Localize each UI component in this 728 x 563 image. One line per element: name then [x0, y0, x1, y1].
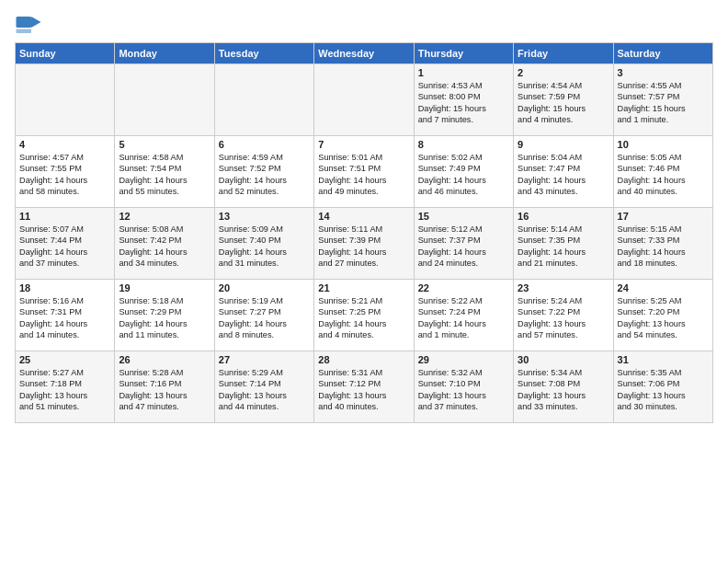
day-number: 11	[19, 211, 110, 222]
cell-content: Sunrise: 5:16 AM Sunset: 7:31 PM Dayligh…	[19, 295, 110, 341]
calendar-cell: 31Sunrise: 5:35 AM Sunset: 7:06 PM Dayli…	[613, 351, 712, 423]
day-number: 8	[418, 139, 509, 150]
calendar-cell: 26Sunrise: 5:28 AM Sunset: 7:16 PM Dayli…	[115, 351, 214, 423]
calendar-cell: 21Sunrise: 5:21 AM Sunset: 7:25 PM Dayli…	[314, 280, 414, 351]
calendar-week-3: 11Sunrise: 5:07 AM Sunset: 7:44 PM Dayli…	[16, 208, 713, 280]
cell-content: Sunrise: 4:55 AM Sunset: 7:57 PM Dayligh…	[618, 80, 709, 126]
day-number: 22	[418, 282, 509, 293]
day-number: 2	[518, 67, 609, 78]
day-number: 10	[618, 139, 709, 150]
day-number: 1	[418, 67, 509, 78]
day-number: 25	[19, 354, 110, 365]
day-number: 23	[518, 282, 609, 293]
calendar-cell: 20Sunrise: 5:19 AM Sunset: 7:27 PM Dayli…	[214, 280, 313, 351]
calendar-cell	[214, 64, 313, 136]
calendar-cell	[16, 64, 115, 136]
day-number: 19	[119, 282, 210, 293]
day-number: 7	[318, 139, 409, 150]
cell-content: Sunrise: 5:31 AM Sunset: 7:12 PM Dayligh…	[318, 367, 409, 413]
cell-content: Sunrise: 5:04 AM Sunset: 7:47 PM Dayligh…	[518, 152, 609, 198]
day-number: 17	[618, 211, 709, 222]
cell-content: Sunrise: 5:22 AM Sunset: 7:24 PM Dayligh…	[418, 295, 509, 341]
calendar-cell: 23Sunrise: 5:24 AM Sunset: 7:22 PM Dayli…	[514, 280, 613, 351]
calendar-week-2: 4Sunrise: 4:57 AM Sunset: 7:55 PM Daylig…	[16, 136, 713, 208]
day-number: 28	[318, 354, 409, 365]
calendar-cell: 22Sunrise: 5:22 AM Sunset: 7:24 PM Dayli…	[414, 280, 513, 351]
calendar-cell: 11Sunrise: 5:07 AM Sunset: 7:44 PM Dayli…	[16, 208, 115, 280]
cell-content: Sunrise: 4:57 AM Sunset: 7:55 PM Dayligh…	[19, 152, 110, 198]
cell-content: Sunrise: 5:12 AM Sunset: 7:37 PM Dayligh…	[418, 224, 509, 270]
calendar-header-row: SundayMondayTuesdayWednesdayThursdayFrid…	[16, 43, 713, 64]
cell-content: Sunrise: 5:15 AM Sunset: 7:33 PM Dayligh…	[618, 224, 709, 270]
calendar-week-5: 25Sunrise: 5:27 AM Sunset: 7:18 PM Dayli…	[16, 351, 713, 423]
day-header-monday: Monday	[115, 43, 214, 64]
calendar-cell	[314, 64, 414, 136]
day-number: 18	[19, 282, 110, 293]
day-number: 6	[219, 139, 310, 150]
calendar-cell: 27Sunrise: 5:29 AM Sunset: 7:14 PM Dayli…	[214, 351, 313, 423]
cell-content: Sunrise: 5:34 AM Sunset: 7:08 PM Dayligh…	[518, 367, 609, 413]
day-number: 12	[119, 211, 210, 222]
day-number: 24	[618, 282, 709, 293]
cell-content: Sunrise: 4:58 AM Sunset: 7:54 PM Dayligh…	[119, 152, 210, 198]
cell-content: Sunrise: 5:01 AM Sunset: 7:51 PM Dayligh…	[318, 152, 409, 198]
day-number: 15	[418, 211, 509, 222]
cell-content: Sunrise: 5:29 AM Sunset: 7:14 PM Dayligh…	[219, 367, 310, 413]
cell-content: Sunrise: 5:28 AM Sunset: 7:16 PM Dayligh…	[119, 367, 210, 413]
calendar-cell: 3Sunrise: 4:55 AM Sunset: 7:57 PM Daylig…	[613, 64, 712, 136]
day-header-wednesday: Wednesday	[314, 43, 414, 64]
calendar-cell: 28Sunrise: 5:31 AM Sunset: 7:12 PM Dayli…	[314, 351, 414, 423]
calendar-week-4: 18Sunrise: 5:16 AM Sunset: 7:31 PM Dayli…	[16, 280, 713, 351]
header	[15, 11, 713, 39]
calendar-cell: 29Sunrise: 5:32 AM Sunset: 7:10 PM Dayli…	[414, 351, 513, 423]
day-number: 14	[318, 211, 409, 222]
day-number: 27	[219, 354, 310, 365]
cell-content: Sunrise: 5:18 AM Sunset: 7:29 PM Dayligh…	[119, 295, 210, 341]
cell-content: Sunrise: 5:08 AM Sunset: 7:42 PM Dayligh…	[119, 224, 210, 270]
day-header-tuesday: Tuesday	[214, 43, 313, 64]
calendar-cell: 9Sunrise: 5:04 AM Sunset: 7:47 PM Daylig…	[514, 136, 613, 208]
cell-content: Sunrise: 5:21 AM Sunset: 7:25 PM Dayligh…	[318, 295, 409, 341]
calendar-table: SundayMondayTuesdayWednesdayThursdayFrid…	[15, 42, 713, 423]
day-number: 3	[618, 67, 709, 78]
calendar-cell: 15Sunrise: 5:12 AM Sunset: 7:37 PM Dayli…	[414, 208, 513, 280]
cell-content: Sunrise: 4:59 AM Sunset: 7:52 PM Dayligh…	[219, 152, 310, 198]
svg-rect-2	[17, 29, 32, 34]
day-header-friday: Friday	[514, 43, 613, 64]
day-number: 29	[418, 354, 509, 365]
cell-content: Sunrise: 5:32 AM Sunset: 7:10 PM Dayligh…	[418, 367, 509, 413]
day-number: 16	[518, 211, 609, 222]
day-header-sunday: Sunday	[16, 43, 115, 64]
calendar-cell: 25Sunrise: 5:27 AM Sunset: 7:18 PM Dayli…	[16, 351, 115, 423]
day-number: 13	[219, 211, 310, 222]
svg-rect-0	[17, 17, 32, 28]
day-number: 9	[518, 139, 609, 150]
cell-content: Sunrise: 5:07 AM Sunset: 7:44 PM Dayligh…	[19, 224, 110, 270]
cell-content: Sunrise: 5:19 AM Sunset: 7:27 PM Dayligh…	[219, 295, 310, 341]
cell-content: Sunrise: 5:27 AM Sunset: 7:18 PM Dayligh…	[19, 367, 110, 413]
cell-content: Sunrise: 4:54 AM Sunset: 7:59 PM Dayligh…	[518, 80, 609, 126]
day-number: 4	[19, 139, 110, 150]
calendar-cell: 7Sunrise: 5:01 AM Sunset: 7:51 PM Daylig…	[314, 136, 414, 208]
calendar-cell: 16Sunrise: 5:14 AM Sunset: 7:35 PM Dayli…	[514, 208, 613, 280]
calendar-cell: 12Sunrise: 5:08 AM Sunset: 7:42 PM Dayli…	[115, 208, 214, 280]
calendar-cell: 4Sunrise: 4:57 AM Sunset: 7:55 PM Daylig…	[16, 136, 115, 208]
calendar-cell: 10Sunrise: 5:05 AM Sunset: 7:46 PM Dayli…	[613, 136, 712, 208]
cell-content: Sunrise: 5:24 AM Sunset: 7:22 PM Dayligh…	[518, 295, 609, 341]
calendar-cell: 8Sunrise: 5:02 AM Sunset: 7:49 PM Daylig…	[414, 136, 513, 208]
calendar-cell: 19Sunrise: 5:18 AM Sunset: 7:29 PM Dayli…	[115, 280, 214, 351]
cell-content: Sunrise: 5:09 AM Sunset: 7:40 PM Dayligh…	[219, 224, 310, 270]
calendar-cell: 30Sunrise: 5:34 AM Sunset: 7:08 PM Dayli…	[514, 351, 613, 423]
day-number: 20	[219, 282, 310, 293]
svg-marker-1	[31, 17, 41, 28]
cell-content: Sunrise: 5:35 AM Sunset: 7:06 PM Dayligh…	[618, 367, 709, 413]
day-header-saturday: Saturday	[613, 43, 712, 64]
calendar-week-1: 1Sunrise: 4:53 AM Sunset: 8:00 PM Daylig…	[16, 64, 713, 136]
calendar-cell	[115, 64, 214, 136]
page-container: SundayMondayTuesdayWednesdayThursdayFrid…	[0, 0, 728, 431]
calendar-cell: 14Sunrise: 5:11 AM Sunset: 7:39 PM Dayli…	[314, 208, 414, 280]
calendar-cell: 17Sunrise: 5:15 AM Sunset: 7:33 PM Dayli…	[613, 208, 712, 280]
cell-content: Sunrise: 4:53 AM Sunset: 8:00 PM Dayligh…	[418, 80, 509, 126]
calendar-cell: 1Sunrise: 4:53 AM Sunset: 8:00 PM Daylig…	[414, 64, 513, 136]
logo-icon	[15, 11, 42, 39]
